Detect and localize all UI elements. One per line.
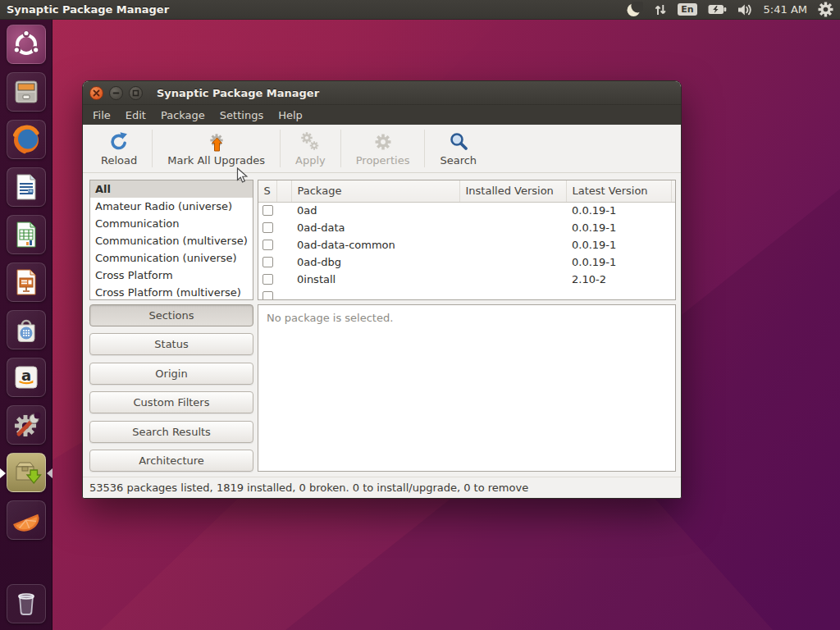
minimize-button[interactable] (109, 86, 123, 100)
crescent-icon[interactable] (626, 2, 643, 17)
section-item[interactable]: Communication (multiverse) (90, 232, 253, 249)
close-icon (93, 89, 100, 97)
firefox-icon (10, 123, 43, 156)
maximize-icon (132, 89, 139, 97)
section-item-all[interactable]: All (90, 180, 253, 198)
details-pane: No package is selected. (258, 304, 676, 472)
status-text: 53536 packages listed, 1819 installed, 0… (89, 482, 528, 494)
toolbar-separator (340, 130, 341, 167)
package-checkbox[interactable] (262, 205, 273, 216)
menu-settings[interactable]: Settings (212, 107, 271, 123)
package-checkbox[interactable] (262, 257, 273, 267)
menu-help[interactable]: Help (271, 107, 310, 123)
package-table: S Package Installed Version Latest Versi… (258, 180, 676, 300)
status-bar: 53536 packages listed, 1819 installed, 0… (83, 477, 681, 498)
gear-icon (372, 131, 394, 153)
launcher-item-synaptic-package-manager[interactable] (7, 453, 46, 492)
column-header-status[interactable]: S (258, 180, 276, 202)
volume-icon[interactable] (737, 3, 753, 16)
package-checkbox[interactable] (262, 274, 273, 285)
keyboard-layout-indicator[interactable]: En (678, 3, 696, 16)
toolbar-separator (152, 130, 153, 167)
window-title: Synaptic Package Manager (157, 87, 319, 99)
launcher-item-file-manager[interactable] (7, 72, 46, 112)
launcher-item-trash[interactable] (7, 584, 46, 623)
battery-charging-icon[interactable] (708, 3, 727, 16)
sections-list: All Amateur Radio (universe) Communicati… (89, 180, 253, 300)
no-selection-text: No package is selected. (267, 312, 393, 324)
menu-edit[interactable]: Edit (118, 107, 153, 123)
properties-label: Properties (356, 154, 410, 167)
impress-presentation-icon (10, 266, 43, 299)
launcher-item-libreoffice-impress[interactable] (7, 262, 46, 302)
table-row[interactable]: 0ad 0.0.19-1 R (258, 202, 675, 219)
section-item[interactable]: Communication (90, 215, 253, 232)
architecture-button[interactable]: Architecture (89, 450, 253, 472)
package-checkbox[interactable] (262, 222, 273, 233)
menu-file[interactable]: File (85, 107, 118, 123)
svg-text:a: a (21, 367, 30, 384)
reload-label: Reload (101, 154, 137, 167)
search-results-button[interactable]: Search Results (89, 421, 253, 443)
table-row-partial[interactable] (258, 288, 675, 300)
window-titlebar[interactable]: Synaptic Package Manager (83, 81, 681, 105)
column-header-latest-version[interactable]: Latest Version (566, 180, 671, 202)
table-row[interactable]: 0ad-data 0.0.19-1 R (258, 219, 675, 236)
toolbar-separator (280, 130, 281, 167)
trash-bin-icon (10, 587, 43, 620)
custom-filters-button[interactable]: Custom Filters (89, 391, 253, 413)
close-button[interactable] (89, 86, 103, 100)
launcher-item-firefox[interactable] (7, 120, 46, 159)
search-button[interactable]: Search (427, 125, 490, 172)
section-item[interactable]: Communication (universe) (90, 249, 253, 267)
gear-up-arrow-icon (206, 131, 227, 153)
amazon-icon: a (10, 361, 43, 394)
search-label: Search (440, 154, 477, 167)
column-header-icon[interactable] (276, 180, 291, 202)
column-header-package[interactable]: Package (291, 180, 459, 202)
section-item[interactable]: Cross Platform (90, 267, 253, 284)
shopping-bag-icon (10, 313, 43, 346)
properties-button[interactable]: Properties (343, 125, 423, 172)
apply-button[interactable]: Apply (282, 125, 339, 172)
file-cabinet-icon (10, 75, 43, 108)
package-checkbox[interactable] (262, 291, 273, 300)
table-row[interactable]: 0ad-data-common 0.0.19-1 R (258, 236, 675, 253)
clock[interactable]: 5:41 AM (764, 3, 807, 16)
mark-all-upgrades-label: Mark All Upgrades (167, 154, 265, 167)
table-row[interactable]: 0ad-dbg 0.0.19-1 R (258, 253, 675, 271)
session-gear-icon[interactable] (818, 2, 833, 17)
ubuntu-logo-icon (10, 28, 43, 61)
column-header-installed-version[interactable]: Installed Version (459, 180, 566, 202)
reload-button[interactable]: Reload (88, 125, 150, 172)
section-item[interactable]: Amateur Radio (universe) (90, 198, 253, 215)
unity-launcher: a (0, 20, 52, 630)
launcher-item-orange-media-app[interactable] (7, 500, 46, 540)
package-checkbox[interactable] (262, 240, 273, 250)
reload-icon (108, 131, 130, 153)
toolbar: Reload Mark All Upgrades Apply (83, 125, 681, 173)
apply-label: Apply (295, 154, 326, 167)
launcher-item-ubuntu-dash[interactable] (7, 25, 46, 64)
launcher-item-system-settings[interactable] (7, 405, 46, 445)
launcher-item-libreoffice-writer[interactable] (7, 167, 46, 207)
writer-document-icon (10, 171, 43, 203)
launcher-item-amazon[interactable]: a (7, 358, 46, 397)
gear-wrench-icon (10, 409, 43, 441)
mark-all-upgrades-button[interactable]: Mark All Upgrades (154, 125, 278, 172)
calc-spreadsheet-icon (10, 218, 43, 251)
launcher-item-libreoffice-calc[interactable] (7, 215, 46, 254)
menu-package[interactable]: Package (153, 107, 212, 123)
status-filter-button[interactable]: Status (89, 333, 253, 355)
sections-filter-button[interactable]: Sections (89, 304, 253, 326)
sync-arrows-icon[interactable] (654, 3, 667, 16)
maximize-button[interactable] (129, 86, 143, 100)
table-row[interactable]: 0install 2.10-2 cr (258, 271, 675, 288)
top-panel: Synaptic Package Manager En 5:41 AM (0, 0, 840, 20)
origin-filter-button[interactable]: Origin (89, 363, 253, 385)
section-item[interactable]: Cross Platform (multiverse) (90, 284, 253, 300)
column-header-description[interactable]: D (671, 180, 675, 202)
synaptic-window: Synaptic Package Manager File Edit Packa… (82, 80, 682, 499)
orange-slice-icon (10, 504, 43, 536)
launcher-item-software-center[interactable] (7, 310, 46, 349)
